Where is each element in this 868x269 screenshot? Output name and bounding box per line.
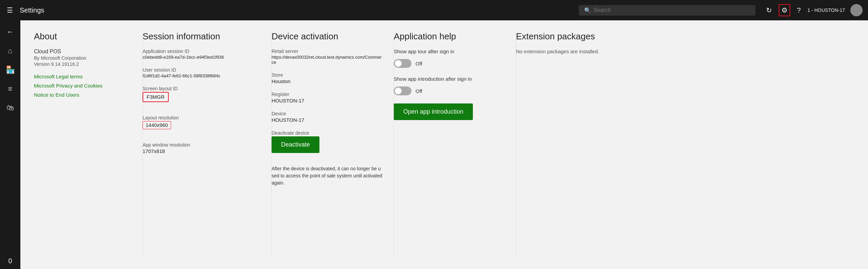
search-input[interactable] — [594, 7, 750, 13]
deactivate-button[interactable]: Deactivate — [272, 136, 319, 153]
search-icon: 🔍 — [584, 7, 591, 14]
app-window-value: 1707x818 — [143, 148, 260, 154]
sidebar-store-button[interactable]: 🏪 — [1, 61, 19, 79]
layout-resolution-label: Layout resolution — [143, 115, 260, 120]
topbar-actions: ↻ ⚙ ? 1 - HOUSTON-17 — [765, 4, 863, 16]
topbar: ☰ Settings 🔍 ↻ ⚙ ? 1 - HOUSTON-17 — [0, 0, 868, 20]
screen-layout-box: F3MGR — [143, 92, 169, 102]
app-window-field: App window resolution 1707x818 — [143, 142, 260, 154]
sidebar-home-button[interactable]: ⌂ — [1, 42, 19, 60]
user-session-value: f1d6f1d2-4a47-fe62-66c1-58f8338f684c — [143, 73, 260, 78]
store-icon: 🏪 — [6, 65, 15, 74]
layout-resolution-value: 1440x960 — [146, 122, 168, 128]
screen-layout-value: F3MGR — [147, 94, 165, 100]
content-area: About Cloud POS By Microsoft Corporation… — [20, 20, 868, 269]
extension-title: Extension packages — [516, 31, 844, 42]
refresh-button[interactable]: ↻ — [765, 5, 773, 16]
sidebar-back-button[interactable]: ← — [1, 23, 19, 41]
device-title: Device activation — [272, 31, 383, 42]
notice-end-users-link[interactable]: Notice to End Users — [34, 92, 131, 98]
device-label: Device — [272, 111, 383, 116]
app-help-section: Application help Show app tour after sig… — [394, 31, 516, 258]
microsoft-privacy-link[interactable]: Microsoft Privacy and Cookies — [34, 83, 131, 89]
sidebar-number: 0 — [8, 257, 12, 265]
session-title: Session information — [143, 31, 260, 42]
home-icon: ⌂ — [8, 46, 12, 55]
intro-toggle-knob — [395, 88, 402, 94]
device-field: Device HOUSTON-17 — [272, 111, 383, 123]
help-button[interactable]: ? — [796, 5, 802, 16]
about-version: Version 9.14.19116.2 — [34, 61, 131, 67]
tour-toggle-knob — [395, 60, 402, 67]
register-label: Register — [272, 92, 383, 97]
search-bar[interactable]: 🔍 — [579, 5, 755, 16]
open-app-introduction-button[interactable]: Open app introduction — [394, 103, 473, 120]
tour-toggle[interactable] — [394, 59, 411, 68]
show-intro-label: Show app introduction after sign in — [394, 76, 505, 82]
microsoft-legal-terms-link[interactable]: Microsoft Legal terms — [34, 74, 131, 79]
app-title: Settings — [20, 6, 44, 14]
refresh-icon: ↻ — [766, 6, 772, 14]
sidebar: ← ⌂ 🏪 ≡ 🛍 0 — [0, 20, 20, 269]
extension-message: No extension packages are installed. — [516, 49, 844, 54]
store-label: Store — [272, 72, 383, 78]
help-icon: ? — [797, 6, 801, 14]
device-value: HOUSTON-17 — [272, 117, 383, 123]
location-info: 1 - HOUSTON-17 — [808, 7, 845, 13]
screen-layout-field: Screen layout ID F3MGR — [143, 86, 260, 108]
gear-icon: ⚙ — [781, 6, 788, 14]
about-app-name: Cloud POS — [34, 49, 131, 55]
hamburger-icon: ☰ — [7, 6, 13, 14]
list-icon: ≡ — [8, 84, 13, 93]
retail-server-label: Retail server — [272, 49, 383, 54]
back-icon: ← — [6, 27, 14, 36]
store-value: Houston — [272, 78, 383, 84]
register-field: Register HOUSTON-17 — [272, 92, 383, 103]
show-tour-label: Show app tour after sign in — [394, 49, 505, 54]
main-layout: ← ⌂ 🏪 ≡ 🛍 0 About Cloud POS By Microsoft… — [0, 20, 868, 269]
about-by: By Microsoft Corporation — [34, 55, 131, 61]
hamburger-menu-button[interactable]: ☰ — [5, 5, 14, 16]
user-session-field: User session ID f1d6f1d2-4a47-fe62-66c1-… — [143, 67, 260, 78]
tour-toggle-row: Off — [394, 59, 505, 68]
layout-resolution-box: 1440x960 — [143, 121, 171, 129]
about-title: About — [34, 31, 131, 42]
deactivate-notice: After the device is deactivated, it can … — [272, 165, 383, 187]
user-session-label: User session ID — [143, 67, 260, 73]
session-section: Session information Application session … — [143, 31, 272, 258]
deactivate-device-label: Deactivate device — [272, 130, 383, 136]
register-value: HOUSTON-17 — [272, 98, 383, 103]
layout-resolution-field: Layout resolution 1440x960 — [143, 115, 260, 135]
about-section: About Cloud POS By Microsoft Corporation… — [34, 31, 143, 258]
avatar[interactable] — [850, 4, 863, 16]
intro-toggle-label: Off — [415, 88, 422, 94]
app-session-label: Application session ID — [143, 49, 260, 54]
device-section: Device activation Retail server https://… — [272, 31, 394, 258]
sidebar-cart-button[interactable]: 🛍 — [1, 99, 19, 117]
retail-server-field: Retail server https://devax00032ret.clou… — [272, 49, 383, 65]
settings-button[interactable]: ⚙ — [779, 4, 790, 16]
sidebar-list-button[interactable]: ≡ — [1, 80, 19, 98]
intro-toggle[interactable] — [394, 87, 411, 95]
app-session-value: c0ebedd8-e169-ea7d-1bcc-e94f3ed1f938 — [143, 55, 260, 60]
deactivate-field: Deactivate device Deactivate — [272, 130, 383, 158]
app-session-field: Application session ID c0ebedd8-e169-ea7… — [143, 49, 260, 60]
retail-server-value: https://devax00032ret.cloud.test.dynamic… — [272, 55, 383, 65]
cart-icon: 🛍 — [6, 103, 14, 112]
tour-toggle-label: Off — [415, 61, 422, 66]
store-field: Store Houston — [272, 72, 383, 84]
app-help-title: Application help — [394, 31, 505, 42]
extension-section: Extension packages No extension packages… — [516, 31, 854, 258]
screen-layout-label: Screen layout ID — [143, 86, 260, 91]
intro-toggle-row: Off — [394, 87, 505, 95]
app-window-label: App window resolution — [143, 142, 260, 148]
